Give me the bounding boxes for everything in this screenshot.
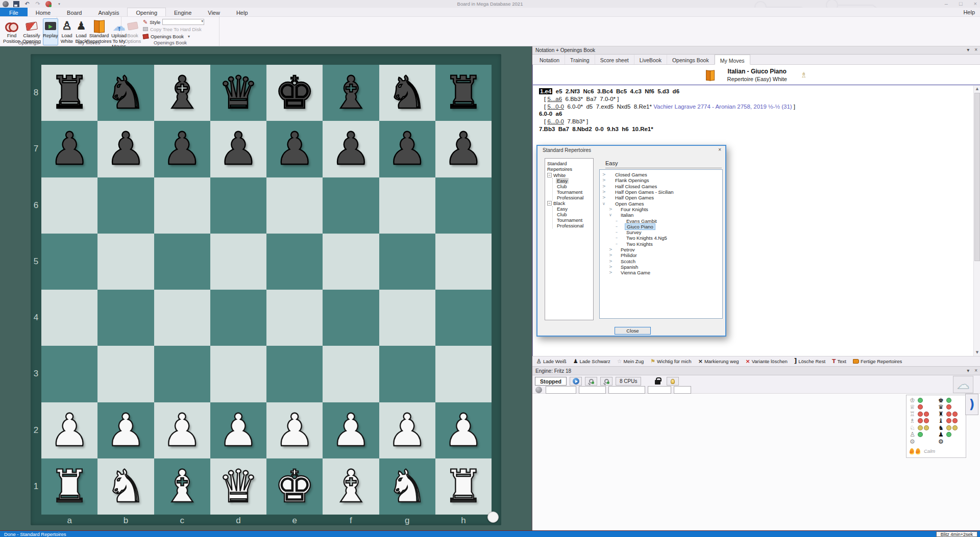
square-f7[interactable]: ♟ bbox=[323, 121, 379, 177]
tree-item-black-easy[interactable]: Easy bbox=[556, 206, 593, 212]
tab-my-moves[interactable]: My Moves bbox=[715, 55, 750, 65]
square-e4[interactable] bbox=[266, 290, 323, 346]
dialog-close-button[interactable]: Close bbox=[615, 327, 651, 335]
opening-item-half-open-games[interactable]: >Half Open Games bbox=[600, 195, 722, 200]
scrollbar-thumb[interactable] bbox=[974, 93, 980, 261]
expand-panel-button[interactable]: ) bbox=[965, 394, 978, 415]
app-logo-icon[interactable] bbox=[3, 1, 9, 7]
square-g7[interactable]: ♟ bbox=[379, 121, 435, 177]
piece-white-knight[interactable]: ♞ bbox=[97, 458, 154, 515]
variation-move-link[interactable]: 5...a6 bbox=[547, 96, 562, 102]
engine-status-icon[interactable] bbox=[45, 1, 52, 7]
square-h8[interactable]: ♜ bbox=[435, 65, 492, 121]
square-d5[interactable] bbox=[210, 234, 266, 290]
move-text[interactable]: 7.Bb3 Ba7 8.Nbd2 0-0 9.h3 h6 10.Re1* bbox=[539, 126, 653, 132]
square-b6[interactable] bbox=[97, 177, 154, 234]
square-g2[interactable]: ♟ bbox=[379, 402, 435, 458]
toolbar-item-variante-l-schen[interactable]: ×Variante löschen bbox=[745, 359, 787, 364]
square-g8[interactable]: ♞ bbox=[379, 65, 435, 121]
piece-white-king[interactable]: ♚ bbox=[266, 458, 323, 515]
piece-white-knight[interactable]: ♞ bbox=[379, 458, 435, 515]
piece-black-pawn[interactable]: ♟ bbox=[435, 121, 492, 177]
menu-tab-board[interactable]: Board bbox=[59, 8, 90, 16]
chevron-right-icon[interactable]: > bbox=[602, 172, 606, 177]
square-e5[interactable] bbox=[266, 234, 323, 290]
engine-input-3[interactable] bbox=[608, 386, 645, 394]
piece-white-pawn[interactable]: ♟ bbox=[435, 402, 492, 458]
square-a6[interactable] bbox=[41, 177, 97, 234]
square-f8[interactable]: ♝ bbox=[323, 65, 379, 121]
piece-white-pawn[interactable]: ♟ bbox=[97, 402, 154, 458]
piece-white-bishop[interactable]: ♝ bbox=[154, 458, 210, 515]
engine-input-2[interactable] bbox=[579, 386, 606, 394]
toolbar-item-markierung-weg[interactable]: ×Markierung weg bbox=[698, 359, 739, 364]
tree-node-white[interactable]: −White bbox=[547, 172, 593, 178]
square-a3[interactable] bbox=[41, 346, 97, 402]
piece-white-pawn[interactable]: ♟ bbox=[210, 402, 266, 458]
minimize-button[interactable]: – bbox=[945, 1, 948, 7]
panel-menu-icon[interactable]: ▾ bbox=[967, 368, 969, 373]
square-a4[interactable] bbox=[41, 290, 97, 346]
menu-tab-file[interactable]: File bbox=[0, 8, 28, 16]
toolbar-item-mein-zug[interactable]: ☆Mein Zug bbox=[617, 359, 644, 364]
piece-white-rook[interactable]: ♜ bbox=[435, 458, 492, 515]
square-e3[interactable] bbox=[266, 346, 323, 402]
style-combobox[interactable] bbox=[162, 19, 204, 25]
piece-white-pawn[interactable]: ♟ bbox=[266, 402, 323, 458]
opening-item-two-knights-4-ng5[interactable]: –Two Knights 4.Ng5 bbox=[600, 235, 722, 241]
tree-item-white-tournament[interactable]: Tournament bbox=[556, 189, 593, 195]
undo-icon[interactable]: ↶ bbox=[24, 1, 30, 7]
opening-item-philidor[interactable]: >Philidor bbox=[600, 252, 722, 258]
square-b1[interactable]: ♞ bbox=[97, 458, 154, 515]
square-c7[interactable]: ♟ bbox=[154, 121, 210, 177]
close-button[interactable]: × bbox=[974, 1, 977, 7]
opening-item-open-games[interactable]: ∨Open Games bbox=[600, 200, 722, 206]
square-e7[interactable]: ♟ bbox=[266, 121, 323, 177]
scroll-up-icon[interactable]: ▲ bbox=[974, 86, 980, 92]
square-d6[interactable] bbox=[210, 177, 266, 234]
engine-play-button[interactable] bbox=[570, 377, 582, 386]
engine-input-4[interactable] bbox=[648, 386, 671, 394]
opening-item-flank-openings[interactable]: >Flank Openings bbox=[600, 177, 722, 183]
chevron-down-icon[interactable]: ∨ bbox=[609, 213, 612, 217]
square-h4[interactable] bbox=[435, 290, 492, 346]
piece-black-pawn[interactable]: ♟ bbox=[41, 121, 97, 177]
square-a1[interactable]: ♜ bbox=[41, 458, 97, 515]
current-move[interactable]: 1.e4 bbox=[539, 88, 552, 94]
opening-item-petrov[interactable]: >Petrov bbox=[600, 247, 722, 252]
piece-black-pawn[interactable]: ♟ bbox=[210, 121, 266, 177]
opening-item-survey[interactable]: –Survey bbox=[600, 229, 722, 235]
menu-tab-opening[interactable]: Opening bbox=[127, 8, 166, 16]
square-b5[interactable] bbox=[97, 234, 154, 290]
square-a7[interactable]: ♟ bbox=[41, 121, 97, 177]
square-g1[interactable]: ♞ bbox=[379, 458, 435, 515]
opening-item-half-open-games-sicilian[interactable]: >Half Open Games - Sicilian bbox=[600, 189, 722, 195]
scroll-down-icon[interactable]: ▼ bbox=[974, 349, 980, 356]
square-d4[interactable] bbox=[210, 290, 266, 346]
piece-black-queen[interactable]: ♛ bbox=[210, 65, 266, 121]
opening-item-two-knights[interactable]: –Two Knights bbox=[600, 241, 722, 247]
square-h7[interactable]: ♟ bbox=[435, 121, 492, 177]
opening-item-half-closed-games[interactable]: >Half Closed Games bbox=[600, 184, 722, 189]
piece-black-bishop[interactable]: ♝ bbox=[154, 65, 210, 121]
piece-black-king[interactable]: ♚ bbox=[266, 65, 323, 121]
square-c2[interactable]: ♟ bbox=[154, 402, 210, 458]
move-text[interactable]: 7.Bb3* ] bbox=[564, 118, 588, 124]
notation-scrollbar[interactable]: ▲ ▼ bbox=[973, 86, 980, 356]
menu-tab-analysis[interactable]: Analysis bbox=[90, 8, 127, 16]
engine-input-5[interactable] bbox=[674, 386, 691, 394]
engine-stopped-button[interactable]: Stopped bbox=[535, 377, 567, 386]
piece-white-pawn[interactable]: ♟ bbox=[379, 402, 435, 458]
square-e2[interactable]: ♟ bbox=[266, 402, 323, 458]
square-c6[interactable] bbox=[154, 177, 210, 234]
engine-analysis-plus-button[interactable] bbox=[600, 377, 612, 386]
move-text[interactable]: 6.0-0* d5 7.exd5 Nxd5 8.Re1* bbox=[564, 104, 653, 110]
tree-item-white-professional[interactable]: Professional bbox=[556, 195, 593, 200]
move-text[interactable]: 6.0-0 a6 bbox=[539, 111, 562, 117]
square-d2[interactable]: ♟ bbox=[210, 402, 266, 458]
piece-black-pawn[interactable]: ♟ bbox=[97, 121, 154, 177]
piece-black-pawn[interactable]: ♟ bbox=[379, 121, 435, 177]
tree-item-black-tournament[interactable]: Tournament bbox=[556, 217, 593, 223]
menu-tab-engine[interactable]: Engine bbox=[166, 8, 200, 16]
panel-close-icon[interactable]: × bbox=[974, 47, 977, 53]
